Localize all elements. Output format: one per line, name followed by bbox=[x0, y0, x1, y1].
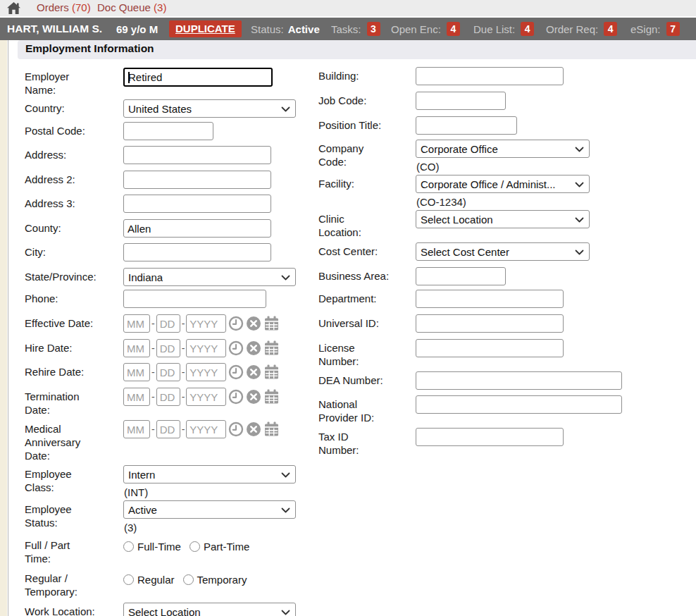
termination-date-month-input[interactable] bbox=[123, 388, 150, 406]
open-enc-count-badge[interactable]: 4 bbox=[447, 22, 460, 36]
rehire-date-year-input[interactable] bbox=[186, 363, 226, 381]
facility-code: (CO-1234) bbox=[416, 196, 590, 208]
hire-date-year-input[interactable] bbox=[186, 339, 226, 357]
temporary-radio-label[interactable]: Temporary bbox=[197, 574, 247, 586]
address2-input[interactable] bbox=[123, 171, 271, 189]
calendar-icon[interactable] bbox=[263, 364, 280, 380]
full-time-radio-label[interactable]: Full-Time bbox=[137, 541, 181, 553]
full-part-time-label: Full / Part Time: bbox=[25, 536, 123, 565]
medical-anniversary-date-year-input[interactable] bbox=[186, 420, 226, 438]
employer-name-input[interactable] bbox=[123, 68, 273, 87]
clear-date-icon[interactable] bbox=[246, 340, 261, 356]
license-number-input[interactable] bbox=[416, 339, 564, 357]
employee-class-select[interactable]: Intern bbox=[123, 465, 296, 483]
chevron-down-icon bbox=[575, 217, 584, 223]
chevron-down-icon bbox=[281, 472, 290, 478]
esign-count-badge[interactable]: 7 bbox=[666, 22, 680, 36]
tasks-count-badge[interactable]: 3 bbox=[367, 22, 380, 36]
chevron-down-icon bbox=[281, 610, 290, 615]
business-area-input[interactable] bbox=[416, 267, 506, 285]
clock-icon[interactable] bbox=[228, 364, 244, 380]
calendar-icon[interactable] bbox=[263, 421, 280, 437]
rehire-date-day-input[interactable] bbox=[156, 363, 180, 381]
employment-information-page: Orders (70) Doc Queue (3) HART, WILLIAM … bbox=[0, 0, 696, 616]
hire-date-day-input[interactable] bbox=[156, 339, 180, 357]
universal-id-input[interactable] bbox=[416, 314, 564, 333]
termination-date-year-input[interactable] bbox=[186, 388, 226, 406]
clinic-location-select[interactable]: Select Location bbox=[416, 210, 590, 228]
open-enc-counter: Open Enc:4 bbox=[391, 18, 460, 40]
esign-counter: eSign:7 bbox=[630, 18, 680, 40]
nav-link-orders[interactable]: Orders (70) bbox=[37, 1, 91, 13]
tax-id-number-input[interactable] bbox=[416, 428, 564, 446]
building-input[interactable] bbox=[416, 67, 564, 85]
address-input[interactable] bbox=[123, 146, 271, 164]
field-clinic-location: Clinic Location: Select Location bbox=[318, 210, 590, 239]
temporary-radio[interactable] bbox=[183, 574, 194, 585]
hire-date-month-input[interactable] bbox=[123, 339, 150, 357]
national-provider-id-label: National Provider ID: bbox=[318, 395, 416, 424]
field-address3: Address 3: bbox=[25, 195, 271, 213]
order-req-counter: Order Req:4 bbox=[546, 18, 617, 40]
due-list-count-badge[interactable]: 4 bbox=[521, 22, 534, 36]
work-location-select[interactable]: Select Location bbox=[123, 603, 296, 616]
regular-radio-label[interactable]: Regular bbox=[137, 574, 175, 586]
rehire-date-month-input[interactable] bbox=[123, 363, 150, 381]
nav-link-doc-queue[interactable]: Doc Queue (3) bbox=[97, 1, 166, 13]
state-province-select[interactable]: Indiana bbox=[123, 268, 296, 286]
page-title: Employment Information bbox=[25, 42, 154, 55]
field-position-title: Position Title: bbox=[318, 116, 517, 135]
job-code-label: Job Code: bbox=[318, 92, 416, 107]
chevron-down-icon bbox=[575, 147, 584, 152]
field-job-code: Job Code: bbox=[318, 92, 506, 110]
clock-icon[interactable] bbox=[228, 340, 244, 356]
county-input[interactable] bbox=[123, 219, 271, 238]
national-provider-id-input[interactable] bbox=[416, 395, 622, 414]
employee-status-select[interactable]: Active bbox=[123, 500, 296, 519]
regular-radio[interactable] bbox=[123, 574, 134, 585]
clock-icon[interactable] bbox=[228, 389, 244, 405]
effective-date-year-input[interactable] bbox=[186, 314, 226, 333]
part-time-radio[interactable] bbox=[189, 541, 200, 552]
part-time-radio-label[interactable]: Part-Time bbox=[204, 541, 249, 553]
medical-anniversary-date-day-input[interactable] bbox=[156, 420, 180, 438]
order-req-count-badge[interactable]: 4 bbox=[604, 22, 617, 36]
job-code-input[interactable] bbox=[416, 92, 506, 110]
facility-select[interactable]: Corporate Office / Administ... bbox=[416, 175, 590, 193]
effective-date-day-input[interactable] bbox=[156, 314, 180, 333]
home-icon[interactable] bbox=[7, 2, 20, 17]
department-input[interactable] bbox=[416, 290, 564, 308]
calendar-icon[interactable] bbox=[263, 340, 280, 356]
city-input[interactable] bbox=[123, 243, 271, 261]
company-code-select[interactable]: Corporate Office bbox=[416, 140, 590, 158]
effective-date-month-input[interactable] bbox=[123, 314, 150, 333]
clear-date-icon[interactable] bbox=[246, 364, 261, 380]
clinic-location-label: Clinic Location: bbox=[318, 210, 416, 239]
address3-input[interactable] bbox=[123, 195, 271, 213]
clock-icon[interactable] bbox=[228, 421, 244, 437]
postal-code-input[interactable] bbox=[123, 122, 213, 140]
tax-id-number-label: Tax ID Number: bbox=[318, 428, 416, 457]
calendar-icon[interactable] bbox=[263, 389, 280, 405]
dea-number-input[interactable] bbox=[416, 371, 622, 390]
clear-date-icon[interactable] bbox=[246, 389, 261, 405]
employee-class-label: Employee Class: bbox=[25, 465, 123, 494]
country-select[interactable]: United States bbox=[123, 99, 296, 118]
position-title-input[interactable] bbox=[416, 116, 517, 135]
termination-date-day-input[interactable] bbox=[156, 388, 180, 406]
cost-center-select[interactable]: Select Cost Center bbox=[416, 242, 590, 261]
patient-status: Status:Active bbox=[251, 18, 320, 40]
calendar-icon[interactable] bbox=[263, 316, 280, 331]
field-department: Department: bbox=[318, 290, 564, 308]
full-time-radio[interactable] bbox=[123, 541, 134, 552]
clear-date-icon[interactable] bbox=[246, 421, 261, 437]
duplicate-button[interactable]: DUPLICATE bbox=[169, 20, 242, 37]
universal-id-label: Universal ID: bbox=[318, 314, 416, 330]
field-work-location: Work Location: Select Location bbox=[25, 603, 296, 616]
clock-icon[interactable] bbox=[228, 316, 244, 331]
phone-input[interactable] bbox=[123, 290, 266, 308]
clear-date-icon[interactable] bbox=[246, 316, 261, 331]
field-company-code: Company Code: Corporate Office (CO) bbox=[318, 140, 590, 173]
company-code-code: (CO) bbox=[416, 161, 590, 173]
medical-anniversary-date-month-input[interactable] bbox=[123, 420, 150, 438]
